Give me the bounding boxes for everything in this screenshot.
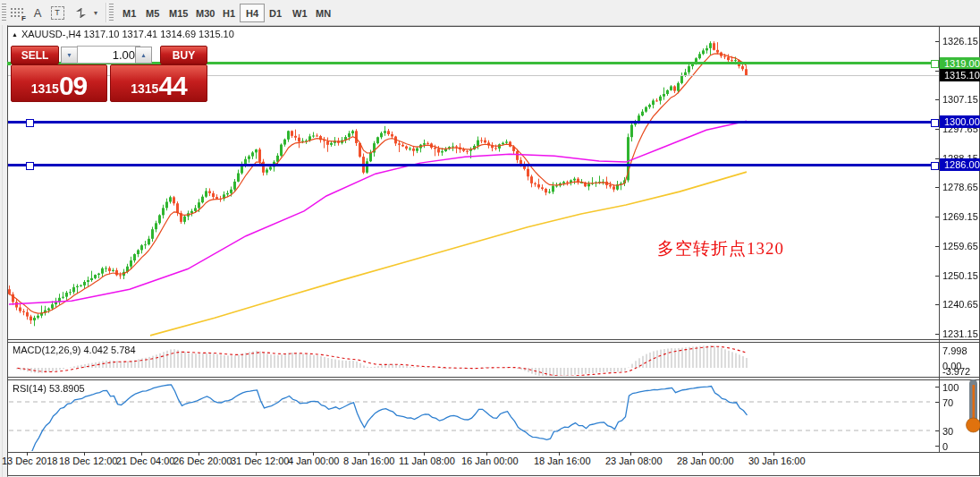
buy-price-pips: 44 [158, 73, 186, 98]
line-handle[interactable] [931, 162, 939, 170]
macd-label: MACD(12,26,9) 4.042 5.784 [13, 345, 136, 355]
thermometer-icon[interactable] [962, 379, 980, 434]
rsi-axis-label: 30 [942, 425, 953, 438]
price-axis-tick [935, 187, 939, 188]
time-axis-tick [424, 452, 425, 456]
price-axis-label: 1307.15 [942, 93, 978, 106]
price-axis-label: 1250.15 [942, 269, 978, 282]
toolbar-grip[interactable] [2, 4, 6, 21]
time-axis-label: 23 Jan 08:00 [605, 456, 663, 466]
sell-price-base: 1315 [31, 79, 59, 98]
rsi-label: RSI(14) 53.8905 [13, 383, 85, 394]
line-handle[interactable] [931, 119, 939, 127]
collapse-arrow-icon[interactable]: ▲ [12, 31, 18, 38]
timeframe-button-h4[interactable]: H4 [240, 4, 265, 22]
price-axis-tick [935, 99, 939, 100]
volume-increase-button[interactable]: ▴ [135, 47, 152, 64]
macd-axis-label: -3.972 [942, 365, 970, 378]
volume-input[interactable]: 1.00 [77, 46, 140, 64]
price-badge: 1315.10 [940, 69, 980, 81]
timeframe-button-d1[interactable]: D1 [263, 4, 288, 22]
macd-pane-bottom-border [8, 377, 979, 378]
chart-window-bottom-border [7, 475, 980, 476]
chevron-down-icon: ▾ [67, 51, 71, 59]
time-axis-tick [486, 452, 487, 456]
arrows-icon [74, 6, 88, 20]
text-label-tool-button[interactable]: A [30, 4, 45, 21]
rsi-axis-label: 100 [942, 381, 959, 394]
sell-button[interactable]: SELL [11, 46, 59, 64]
macd-canvas[interactable] [9, 343, 930, 376]
rsi-canvas[interactable] [9, 381, 930, 451]
rsi-axis-tick [935, 430, 939, 431]
time-axis-tick [84, 452, 85, 456]
time-axis-label: 30 Jan 16:00 [748, 456, 806, 466]
horizontal-line-1300[interactable] [8, 121, 939, 124]
time-axis-tick [256, 452, 257, 456]
timeframe-button-m1[interactable]: M1 [116, 4, 142, 22]
timeframe-button-mn[interactable]: MN [309, 4, 337, 22]
time-axis-line [8, 452, 979, 453]
time-axis-label: 8 Jan 16:00 [343, 456, 395, 466]
time-axis-label: 11 Jan 08:00 [399, 456, 455, 466]
line-handle[interactable] [26, 162, 34, 170]
time-axis-label: 28 Jan 00:00 [677, 456, 734, 466]
rsi-pane-top-border [8, 379, 979, 380]
price-axis-tick [935, 304, 939, 305]
timeframe-button-m5[interactable]: M5 [139, 4, 165, 22]
rsi-axis-tick [935, 387, 939, 388]
rsi-axis-tick [935, 402, 939, 403]
price-axis-tick [935, 129, 939, 130]
time-axis-label: 31 Dec 12:00 [231, 456, 289, 466]
price-axis-tick [935, 71, 939, 72]
line-handle[interactable] [26, 119, 34, 127]
time-axis-label: 21 Dec 04:00 [116, 456, 174, 466]
timeframe-grip[interactable] [109, 4, 114, 21]
price-axis-label: 1240.65 [942, 298, 978, 311]
price-axis-label: 1259.65 [942, 240, 978, 252]
price-axis-tick [935, 158, 939, 159]
price-axis-tick [935, 41, 939, 42]
macd-axis-label: 7.998 [942, 345, 967, 357]
buy-price-button[interactable]: 131544 [110, 64, 207, 102]
text-label-icon: A [34, 6, 42, 20]
time-axis-label: 26 Dec 20:00 [173, 456, 232, 466]
sell-price-button[interactable]: 131509 [11, 64, 107, 102]
price-axis-tick [935, 276, 939, 277]
buy-button[interactable]: BUY [160, 46, 207, 64]
volume-decrease-button[interactable]: ▾ [61, 47, 78, 64]
chevron-down-icon: ▾ [94, 9, 97, 17]
toolbar: F A T ▾ M1M5M15M30H1H4D1W1MN [0, 0, 980, 26]
timeframe-button-h1[interactable]: H1 [216, 4, 241, 22]
arrows-dropdown-caret[interactable]: ▾ [90, 4, 101, 21]
price-badge: 1300.00 [940, 115, 980, 128]
price-axis-label: 1269.15 [942, 210, 978, 223]
text-tool-button[interactable]: T [49, 4, 65, 21]
time-axis-tick [313, 452, 314, 456]
sell-price-pips: 09 [59, 73, 87, 98]
horizontal-line-1286[interactable] [8, 164, 939, 166]
price-badge: 1286.00 [940, 158, 980, 171]
time-axis-label: 4 Jan 00:00 [288, 456, 340, 466]
price-axis-label: 1231.15 [942, 328, 978, 340]
chart-text-annotation[interactable]: 多空转折点1320 [657, 237, 784, 260]
time-axis-tick [773, 452, 774, 456]
time-axis-tick [141, 452, 142, 456]
main-pane-bottom-border [8, 339, 979, 340]
price-axis-tick [935, 217, 939, 217]
price-badge: 1319.00 [940, 57, 980, 70]
line-handle[interactable] [931, 60, 939, 68]
time-axis-tick [630, 452, 631, 456]
chevron-up-icon: ▴ [141, 51, 145, 59]
text-icon: T [51, 6, 64, 20]
time-axis-tick [199, 452, 199, 456]
time-axis-label: 18 Dec 12:00 [59, 456, 117, 466]
time-axis-tick [559, 452, 560, 456]
ohlc-text: XAUUSD-,H4 1317.10 1317.41 1314.69 1315.… [21, 29, 234, 39]
rsi-axis-label: 0 [942, 440, 948, 453]
toolbar-separator [106, 3, 107, 22]
arrows-tool-button[interactable] [72, 4, 89, 21]
fibonacci-tool-button[interactable]: F [7, 4, 27, 21]
time-axis-label: 18 Jan 16:00 [534, 456, 591, 466]
price-axis-line [939, 27, 940, 452]
